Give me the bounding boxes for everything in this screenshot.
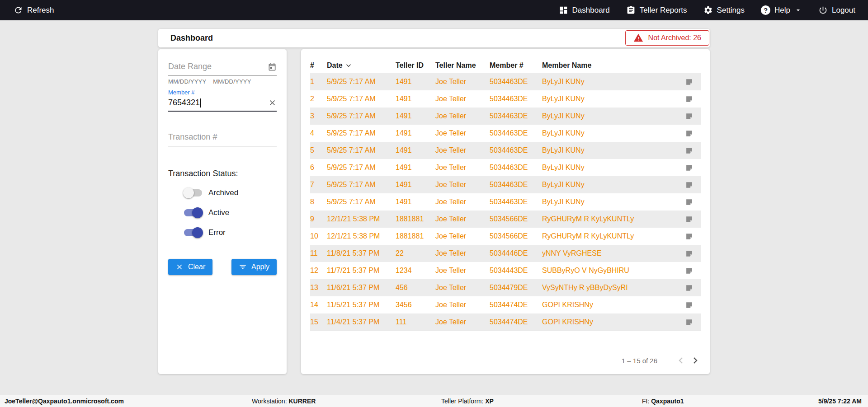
row-date: 11/6/21 5:37 PM [327, 284, 396, 292]
nav-settings[interactable]: Settings [703, 5, 745, 15]
note-icon [685, 164, 693, 172]
cards-row: Date Range MM/DD/YYYY – MM/DD/YYYY Membe… [158, 49, 710, 374]
note-icon [685, 181, 693, 189]
row-number: 6 [310, 164, 327, 172]
note-cell[interactable] [677, 181, 701, 189]
table-row[interactable]: 8 5/9/25 7:17 AM 1491 Joe Teller 5034463… [310, 193, 701, 211]
row-member: 5034463DE [490, 181, 542, 189]
note-cell[interactable] [677, 78, 701, 86]
date-range-field[interactable]: Date Range [168, 62, 277, 76]
table-row[interactable]: 15 11/4/21 5:37 PM 111 Joe Teller 503447… [310, 313, 701, 331]
nav-teller-reports[interactable]: Teller Reports [626, 5, 687, 15]
gear-icon [703, 5, 713, 15]
active-toggle[interactable] [183, 207, 203, 218]
row-teller-id: 1491 [396, 112, 435, 120]
error-toggle-label: Error [208, 228, 226, 237]
row-teller-name: Joe Teller [435, 164, 490, 172]
archived-toggle[interactable] [183, 187, 203, 198]
note-cell[interactable] [677, 129, 701, 138]
row-teller-id: 1491 [396, 146, 435, 154]
row-number: 15 [310, 318, 327, 326]
row-member-name: yNNY VyRGHESE [542, 249, 677, 257]
note-cell[interactable] [677, 267, 701, 275]
row-teller-name: Joe Teller [435, 129, 490, 137]
refresh-button[interactable]: Refresh [14, 5, 54, 15]
member-input[interactable]: 7654321 [168, 96, 277, 112]
note-cell[interactable] [677, 301, 701, 309]
toggle-row-error: Error [168, 227, 277, 238]
note-cell[interactable] [677, 164, 701, 172]
row-date: 5/9/25 7:17 AM [327, 198, 396, 206]
toggle-row-active: Active [168, 207, 277, 218]
row-teller-name: Joe Teller [435, 146, 490, 154]
row-teller-id: 1491 [396, 181, 435, 189]
date-range-placeholder: Date Range [168, 62, 212, 71]
row-teller-name: Joe Teller [435, 181, 490, 189]
table-row[interactable]: 2 5/9/25 7:17 AM 1491 Joe Teller 5034463… [310, 90, 701, 108]
row-teller-id: 3456 [396, 301, 435, 309]
help-icon: ? [761, 5, 770, 15]
next-page-button[interactable] [688, 353, 703, 368]
clear-member-icon[interactable] [268, 98, 277, 107]
nav-help[interactable]: ? Help [761, 5, 802, 15]
row-teller-name: Joe Teller [435, 95, 490, 103]
chevron-left-icon [675, 354, 687, 367]
table-row[interactable]: 5 5/9/25 7:17 AM 1491 Joe Teller 5034463… [310, 142, 701, 159]
note-cell[interactable] [677, 112, 701, 121]
note-cell[interactable] [677, 146, 701, 155]
filter-panel: Date Range MM/DD/YYYY – MM/DD/YYYY Membe… [158, 49, 287, 374]
row-number: 9 [310, 215, 327, 223]
power-icon [818, 5, 828, 15]
text-caret [200, 98, 201, 108]
row-member-name: ByLyJI KUNy [542, 198, 677, 206]
apply-button-label: Apply [251, 263, 269, 271]
note-cell[interactable] [677, 318, 701, 327]
row-date: 5/9/25 7:17 AM [327, 95, 396, 103]
nav-logout[interactable]: Logout [818, 5, 855, 15]
error-toggle[interactable] [183, 227, 203, 238]
transaction-field[interactable]: Transaction # [168, 132, 277, 146]
note-icon [685, 249, 693, 258]
row-date: 5/9/25 7:17 AM [327, 146, 396, 154]
results-table-card: # Date Teller ID Teller Name Member # Me… [301, 49, 710, 374]
table-row[interactable]: 11 11/8/21 5:37 PM 22 Joe Teller 5034446… [310, 245, 701, 262]
table-row[interactable]: 13 11/6/21 5:37 PM 456 Joe Teller 503447… [310, 279, 701, 296]
warning-icon [633, 33, 643, 43]
table-row[interactable]: 14 11/5/21 5:37 PM 3456 Joe Teller 50344… [310, 296, 701, 313]
archived-toggle-label: Archived [208, 188, 238, 197]
apply-button[interactable]: Apply [231, 259, 277, 275]
note-cell[interactable] [677, 232, 701, 241]
nav-teller-reports-label: Teller Reports [640, 6, 687, 15]
reports-icon [626, 5, 636, 15]
table-row[interactable]: 1 5/9/25 7:17 AM 1491 Joe Teller 5034463… [310, 73, 701, 90]
row-teller-id: 456 [396, 284, 435, 292]
not-archived-badge[interactable]: Not Archived: 26 [625, 30, 709, 46]
table-row[interactable]: 4 5/9/25 7:17 AM 1491 Joe Teller 5034463… [310, 125, 701, 142]
table-row[interactable]: 9 12/1/21 5:38 PM 1881881 Joe Teller 503… [310, 211, 701, 228]
note-cell[interactable] [677, 215, 701, 224]
status-workstation: Workstation: KURRER [252, 398, 316, 405]
table-row[interactable]: 7 5/9/25 7:17 AM 1491 Joe Teller 5034463… [310, 176, 701, 193]
transaction-status-label: Transaction Status: [168, 169, 277, 178]
nav-dashboard[interactable]: Dashboard [559, 5, 610, 15]
row-teller-name: Joe Teller [435, 284, 490, 292]
row-teller-id: 1491 [396, 95, 435, 103]
member-field-label: Member # [168, 89, 277, 96]
table-row[interactable]: 10 12/1/21 5:38 PM 1881881 Joe Teller 50… [310, 228, 701, 245]
col-date[interactable]: Date [327, 61, 396, 70]
status-platform: Teller Platform: XP [441, 398, 494, 405]
note-cell[interactable] [677, 284, 701, 292]
status-datetime: 5/9/25 7:22 AM [818, 398, 862, 405]
note-cell[interactable] [677, 249, 701, 258]
table-row[interactable]: 3 5/9/25 7:17 AM 1491 Joe Teller 5034463… [310, 108, 701, 125]
calendar-icon[interactable] [268, 62, 277, 71]
table-row[interactable]: 6 5/9/25 7:17 AM 1491 Joe Teller 5034463… [310, 159, 701, 176]
row-number: 11 [310, 249, 327, 257]
table-row[interactable]: 12 11/7/21 5:37 PM 1234 Joe Teller 50344… [310, 262, 701, 279]
row-date: 5/9/25 7:17 AM [327, 164, 396, 172]
prev-page-button[interactable] [674, 353, 688, 368]
note-cell[interactable] [677, 198, 701, 206]
clear-button[interactable]: Clear [168, 259, 212, 275]
note-cell[interactable] [677, 95, 701, 103]
row-member-name: ByLyJI KUNy [542, 129, 677, 137]
